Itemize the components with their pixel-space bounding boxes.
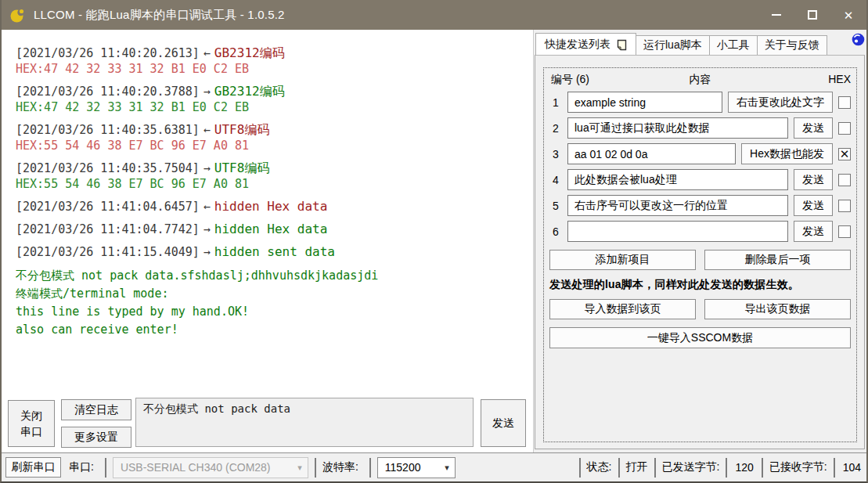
tab[interactable]: 关于与反馈 bbox=[758, 35, 827, 56]
sent-bytes-value: 120 bbox=[735, 461, 753, 474]
tab-label: 关于与反馈 bbox=[765, 38, 819, 52]
send-button[interactable]: 发送 bbox=[481, 399, 526, 447]
quick-send-row: 4 发送 bbox=[549, 169, 851, 190]
row-number[interactable]: 4 bbox=[549, 174, 562, 186]
column-hex: HEX bbox=[828, 73, 851, 85]
refresh-ports-button[interactable]: 刷新串口 bbox=[5, 457, 61, 478]
log-message: GB2312编码 bbox=[214, 84, 285, 99]
direction-arrow-icon: ← bbox=[203, 123, 211, 137]
separator bbox=[315, 458, 316, 478]
sent-bytes-label: 已发送字节: bbox=[662, 460, 720, 474]
log-message: UTF8编码 bbox=[214, 122, 270, 137]
direction-arrow-icon: ← bbox=[203, 200, 211, 214]
separator bbox=[369, 458, 371, 478]
quick-send-row-button[interactable]: 发送 bbox=[794, 169, 833, 190]
quick-send-row-button[interactable]: 右击更改此处文字 bbox=[728, 92, 833, 113]
state-label: 状态: bbox=[587, 460, 612, 474]
delete-last-button[interactable]: 删除最后一项 bbox=[704, 250, 851, 270]
row-number[interactable]: 3 bbox=[549, 148, 562, 160]
log-message: GB2312编码 bbox=[214, 45, 285, 60]
maximize-icon bbox=[808, 10, 817, 20]
separator bbox=[726, 458, 727, 478]
hex-checkbox[interactable] bbox=[838, 200, 851, 212]
quick-send-row: 3 Hex数据也能发 ✕ bbox=[549, 143, 851, 164]
separator bbox=[618, 458, 620, 478]
import-sscom-button[interactable]: 一键导入SSCOM数据 bbox=[549, 327, 851, 348]
quick-send-input[interactable] bbox=[567, 143, 736, 164]
quick-send-row-button[interactable]: 发送 bbox=[794, 117, 833, 139]
quick-send-page: 编号 (6) 内容 HEX 1 右击更改此处文字 2 发送 bbox=[535, 55, 865, 449]
baud-label: 波特率: bbox=[322, 460, 358, 474]
log-entry: [2021/03/26 11:40:35.6381]←UTF8编码 HEX:55… bbox=[16, 122, 527, 153]
hex-checkbox[interactable] bbox=[838, 122, 851, 135]
app-window: LLCOM - 能跑Lua脚本的串口调试工具 - 1.0.5.2 ✕ [2021… bbox=[0, 0, 868, 483]
log-timestamp: [2021/03/26 11:40:35.7504] bbox=[16, 161, 200, 175]
separator bbox=[579, 458, 581, 478]
log-message: hidden sent data bbox=[214, 244, 335, 259]
window-controls: ✕ bbox=[758, 0, 866, 30]
note-icon bbox=[617, 39, 627, 51]
quick-send-input[interactable] bbox=[567, 169, 788, 190]
tab[interactable]: 快捷发送列表 bbox=[535, 33, 636, 56]
more-settings-button[interactable]: 更多设置 bbox=[61, 427, 131, 448]
globe-icon[interactable] bbox=[852, 33, 865, 49]
close-icon: ✕ bbox=[844, 9, 854, 21]
log-message: this line is typed by my hand.OK! bbox=[16, 305, 249, 319]
separator bbox=[654, 458, 656, 478]
quick-send-row-button[interactable]: Hex数据也能发 bbox=[741, 143, 833, 164]
import-data-button[interactable]: 导入数据到该页 bbox=[549, 299, 696, 319]
log-message: hidden Hex data bbox=[214, 222, 328, 236]
close-button[interactable]: ✕ bbox=[830, 0, 866, 30]
quick-send-row-button[interactable]: 发送 bbox=[794, 221, 833, 242]
log-timestamp: [2021/03/26 11:41:04.7742] bbox=[16, 222, 200, 236]
maximize-button[interactable] bbox=[794, 0, 830, 30]
tab-bar: 快捷发送列表 运行lua脚本 小工具 bbox=[535, 33, 865, 56]
port-select[interactable]: USB-SERIAL CH340 (COM28) ▾ bbox=[113, 457, 308, 478]
quick-send-input[interactable] bbox=[567, 117, 788, 139]
log-entry: 终端模式/terminal mode: bbox=[16, 285, 527, 303]
log-entry: this line is typed by my hand.OK! bbox=[16, 303, 527, 321]
export-data-button[interactable]: 导出该页数据 bbox=[704, 299, 851, 319]
recv-bytes-label: 已接收字节: bbox=[769, 460, 827, 474]
log-entry: [2021/03/26 11:41:04.7742]→hidden Hex da… bbox=[16, 222, 527, 237]
log-hex-line: HEX:47 42 32 33 31 32 B1 E0 C2 EB bbox=[16, 99, 527, 115]
row-number[interactable]: 5 bbox=[549, 200, 562, 212]
baud-select[interactable]: 115200 ▾ bbox=[377, 457, 456, 478]
log-entry: also can receive enter! bbox=[16, 321, 527, 339]
quick-send-row: 2 发送 bbox=[549, 117, 851, 139]
send-input[interactable]: 不分包模式 not pack data bbox=[135, 398, 474, 447]
log-entry: [2021/03/26 11:40:20.2613]←GB2312编码 HEX:… bbox=[16, 45, 527, 77]
quick-send-input[interactable] bbox=[567, 221, 788, 242]
quick-send-group: 编号 (6) 内容 HEX 1 右击更改此处文字 2 发送 bbox=[543, 67, 857, 442]
hex-checkbox[interactable] bbox=[838, 174, 851, 186]
hex-checkbox[interactable] bbox=[838, 225, 851, 238]
separator bbox=[105, 458, 106, 478]
quick-send-row: 5 发送 bbox=[549, 195, 851, 216]
quick-send-row-button[interactable]: 发送 bbox=[794, 195, 833, 216]
quick-send-input[interactable] bbox=[567, 92, 722, 113]
row-number[interactable]: 2 bbox=[549, 122, 562, 135]
log-entry: 不分包模式 not pack data.sfshdaslj;dhhvuhsdkj… bbox=[16, 267, 527, 285]
hex-checkbox[interactable]: ✕ bbox=[838, 148, 851, 160]
close-port-button[interactable]: 关闭 串口 bbox=[8, 400, 55, 447]
hex-checkbox[interactable] bbox=[838, 96, 851, 109]
serial-log[interactable]: [2021/03/26 11:40:20.2613]←GB2312编码 HEX:… bbox=[2, 30, 531, 391]
log-hex-line: HEX:47 42 32 33 31 32 B1 E0 C2 EB bbox=[16, 61, 527, 77]
checkbox-check-icon: ✕ bbox=[840, 148, 850, 160]
chevron-down-icon: ▾ bbox=[297, 463, 302, 473]
clear-log-button[interactable]: 清空日志 bbox=[61, 399, 131, 420]
log-message: also can receive enter! bbox=[16, 323, 178, 337]
row-number[interactable]: 6 bbox=[549, 225, 562, 238]
quick-send-input[interactable] bbox=[567, 195, 788, 216]
tab-label: 快捷发送列表 bbox=[545, 38, 610, 52]
tab[interactable]: 运行lua脚本 bbox=[636, 35, 710, 56]
add-item-button[interactable]: 添加新项目 bbox=[549, 250, 696, 270]
tab[interactable]: 小工具 bbox=[710, 35, 758, 56]
log-timestamp: [2021/03/26 11:40:20.3788] bbox=[16, 85, 200, 99]
log-entry: [2021/03/26 11:41:04.6457]←hidden Hex da… bbox=[16, 199, 527, 214]
log-timestamp: [2021/03/26 11:41:04.6457] bbox=[16, 200, 200, 214]
row-number[interactable]: 1 bbox=[549, 96, 562, 109]
port-label: 串口: bbox=[69, 460, 94, 474]
tab-label: 运行lua脚本 bbox=[643, 38, 702, 52]
minimize-button[interactable] bbox=[758, 0, 794, 30]
